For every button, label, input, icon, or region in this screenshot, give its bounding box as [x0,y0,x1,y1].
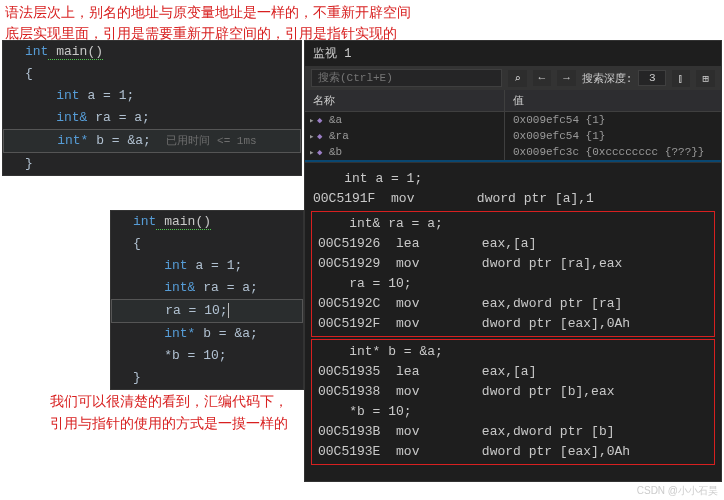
code-line: { [3,63,301,85]
depth-label: 搜索深度: [582,71,633,86]
asm-line: 00C51926 lea eax,[a] [312,234,714,254]
watch-row[interactable]: ▸◆&a 0x009efc54 {1} [305,112,721,128]
watch-toolbar: ⌕ ← → 搜索深度: 3 ⫿ ⊞ [305,66,721,90]
nav-next-button[interactable]: → [557,70,576,86]
code-line-current: int* b = &a; 已用时间 <= 1ms [3,129,301,153]
watch-title: 监视 1 [305,41,721,66]
code-line: int a = 1; [111,255,303,277]
breakpoint-marker [6,132,22,146]
code-line: } [3,153,301,175]
code-line: int& ra = a; [111,277,303,299]
asm-line: 00C51929 mov dword ptr [ra],eax [312,254,714,274]
code-line: int main() [111,211,303,233]
expand-icon[interactable]: ▸ [309,147,314,158]
asm-line: 00C5193B mov eax,dword ptr [b] [312,422,714,442]
code-line: int* b = &a; [111,323,303,345]
diamond-icon: ◆ [317,131,322,142]
search-button[interactable]: ⌕ [508,70,527,87]
asm-line: 00C5192F mov dword ptr [eax],0Ah [312,314,714,334]
asm-line: 00C5193E mov dword ptr [eax],0Ah [312,442,714,462]
highlight-box-2: int* b = &a;00C51935 lea eax,[a]00C51938… [311,339,715,465]
asm-line: 00C5192C mov eax,dword ptr [ra] [312,294,714,314]
asm-source-line: int a = 1; [307,169,719,189]
highlight-box-1: int& ra = a;00C51926 lea eax,[a]00C51929… [311,211,715,337]
code-line: int& ra = a; [3,107,301,129]
code-editor-2[interactable]: int main() { int a = 1; int& ra = a; ra … [110,210,304,390]
disassembly-panel[interactable]: int a = 1;00C5191F mov dword ptr [a],1 i… [304,162,722,482]
columns-button[interactable]: ⊞ [696,70,715,87]
filter-button[interactable]: ⫿ [672,70,690,87]
anno-line-1: 语法层次上，别名的地址与原变量地址是一样的，不重新开辟空间 [5,2,411,23]
watch-row[interactable]: ▸◆&ra 0x009efc54 {1} [305,128,721,144]
asm-source-line: int* b = &a; [312,342,714,362]
watermark: CSDN @小小石昊 [637,484,718,498]
asm-source-line: *b = 10; [312,402,714,422]
anno-line-3: 我们可以很清楚的看到，汇编代码下， [50,390,288,412]
asm-line: 00C51938 mov dword ptr [b],eax [312,382,714,402]
code-line: { [111,233,303,255]
code-line: *b = 10; [111,345,303,367]
bottom-annotation: 我们可以很清楚的看到，汇编代码下， 引用与指针的使用的方式是一摸一样的 [50,390,288,435]
asm-source-line: ra = 10; [312,274,714,294]
watch-col-value[interactable]: 值 [505,90,721,111]
anno-line-4: 引用与指针的使用的方式是一摸一样的 [50,412,288,434]
depth-value[interactable]: 3 [638,70,666,86]
code-line-current: ra = 10; [111,299,303,323]
diamond-icon: ◆ [317,115,322,126]
asm-line: 00C51935 lea eax,[a] [312,362,714,382]
expand-icon[interactable]: ▸ [309,115,314,126]
watch-row[interactable]: ▸◆&b 0x009efc3c {0xcccccccc {???}} [305,144,721,160]
asm-source-line: int& ra = a; [312,214,714,234]
asm-line: 00C5191F mov dword ptr [a],1 [307,189,719,209]
diamond-icon: ◆ [317,147,322,158]
code-line: } [111,367,303,389]
watch-header: 名称 值 [305,90,721,112]
search-input[interactable] [311,69,502,87]
watch-col-name[interactable]: 名称 [305,90,505,111]
nav-prev-button[interactable]: ← [533,70,552,86]
top-annotation: 语法层次上，别名的地址与原变量地址是一样的，不重新开辟空间 底层实现里面，引用是… [5,2,411,44]
expand-icon[interactable]: ▸ [309,131,314,142]
code-line: int main() [3,41,301,63]
watch-panel: 监视 1 ⌕ ← → 搜索深度: 3 ⫿ ⊞ 名称 值 ▸◆&a 0x009ef… [304,40,722,162]
code-line: int a = 1; [3,85,301,107]
code-editor-1[interactable]: int main() { int a = 1; int& ra = a; int… [2,40,302,176]
